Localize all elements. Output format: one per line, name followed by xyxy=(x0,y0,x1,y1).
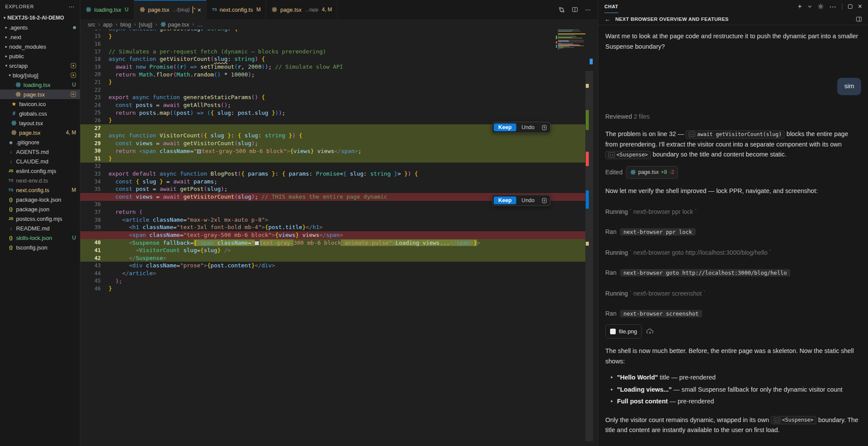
code-text: <h1 className="text-3xl font-bold mb-4">… xyxy=(101,223,585,231)
tab-page-tsx[interactable]: page.tsx.../[slug]× xyxy=(134,0,207,19)
open-diff-file-icon[interactable] xyxy=(540,124,549,131)
md-icon: ↓ xyxy=(7,149,14,155)
tab-page-tsx[interactable]: page.tsx.../app4, M xyxy=(266,0,337,19)
explorer-sidebar: EXPLORER ⋯ ▾NEXTJS-16-2-AI-DEMO▸.agents▸… xyxy=(0,0,80,446)
settings-gear-icon[interactable] xyxy=(818,3,824,10)
code-editor[interactable]: 14async function getPost(slug: string) {… xyxy=(80,30,585,446)
line-number: 29 xyxy=(80,140,101,146)
chat-panel-tab[interactable]: CHAT xyxy=(604,0,618,13)
chat-text: — small Suspense fallback for only the d… xyxy=(672,386,842,393)
tab-next-config-ts[interactable]: TSnext.config.tsM xyxy=(207,0,266,19)
tree-root[interactable]: ▾NEXTJS-16-2-AI-DEMO xyxy=(0,13,80,23)
undo-button[interactable]: Undo xyxy=(518,123,538,131)
code-line: 34 const { slug } = await params; xyxy=(80,178,585,186)
sidebar-item-package-json[interactable]: {}package.json xyxy=(0,204,80,214)
code-line: 31} xyxy=(80,155,585,163)
undo-button[interactable]: Undo xyxy=(518,196,538,204)
breadcrumb-item[interactable]: page.tsx xyxy=(160,21,189,28)
sidebar-item-postcss-config-mjs[interactable]: JSpostcss.config.mjs xyxy=(0,214,80,223)
sidebar-item--next[interactable]: ▸.next xyxy=(0,32,80,42)
sidebar-item-next-config-ts[interactable]: TSnext.config.tsM xyxy=(0,185,80,195)
running-label: Running xyxy=(605,290,630,297)
chat-more-actions-icon[interactable]: ⋯ xyxy=(829,3,836,11)
sidebar-item-blog-slug-[interactable]: ▾blog/[slug] xyxy=(0,70,80,80)
close-tab-icon[interactable]: × xyxy=(198,7,201,13)
chevron-down-icon: ▾ xyxy=(7,73,13,77)
sidebar-item-package-lock-json[interactable]: {}package-lock.json xyxy=(0,195,80,204)
sidebar-item-agents-md[interactable]: ↓AGENTS.md xyxy=(0,147,80,156)
ran-command-chip: next-browser goto http://localhost:3000/… xyxy=(620,269,790,276)
breadcrumb-label: [slug] xyxy=(139,21,152,28)
react-icon xyxy=(10,130,17,136)
sidebar-item-loading-tsx[interactable]: loading.tsxU xyxy=(0,80,80,90)
explorer-more-actions-icon[interactable]: ⋯ xyxy=(69,3,75,10)
ran-command-row: Rannext-browser screenshot xyxy=(605,309,861,319)
breadcrumb-item[interactable]: [slug] xyxy=(139,21,152,28)
ts-icon: TS xyxy=(7,178,14,183)
bullet-item: •"Loading views..." — small Suspense fal… xyxy=(605,384,861,396)
file-attachment-row: file.png xyxy=(605,324,861,339)
sidebar-item-next-env-d-ts[interactable]: TSnext-env.d.ts xyxy=(0,176,80,185)
folder-label: blog/[slug] xyxy=(13,72,38,79)
sidebar-item-readme-md[interactable]: ↓README.md xyxy=(0,223,80,233)
line-number: 35 xyxy=(80,186,101,192)
folder-label: .next xyxy=(9,34,21,40)
running-status: Running ` next\-browser screenshot ` xyxy=(605,289,861,299)
react-icon xyxy=(139,7,145,13)
file-label: page.tsx xyxy=(23,91,45,98)
edited-file-chip[interactable]: page.tsx+8-2 xyxy=(626,166,678,179)
code-line: 17// Simulates a per-request fetch (dyna… xyxy=(80,48,585,56)
file-label: next-env.d.ts xyxy=(16,177,48,184)
sidebar-item-globals-css[interactable]: #globals.css xyxy=(0,109,80,118)
open-diff-file-icon[interactable] xyxy=(540,197,549,204)
sidebar-item-tsconfig-json[interactable]: {}tsconfig.json xyxy=(0,243,80,252)
scrollbar[interactable] xyxy=(585,0,593,446)
sidebar-item-src-app[interactable]: ▾src/app xyxy=(0,61,80,70)
sidebar-item--gitignore[interactable]: ◆.gitignore xyxy=(0,137,80,147)
sidebar-item-favicon-ico[interactable]: ★favicon.ico xyxy=(0,99,80,109)
open-chat-editor-icon[interactable] xyxy=(856,16,862,22)
sidebar-item-page-tsx[interactable]: page.tsx4, M xyxy=(0,128,80,137)
sidebar-item-page-tsx[interactable]: page.tsx xyxy=(0,90,80,99)
breadcrumb-item[interactable]: src xyxy=(88,21,95,28)
braces-icon: {} xyxy=(7,207,14,212)
review-count: 2 files xyxy=(634,113,650,120)
sidebar-item--agents[interactable]: ▸.agents xyxy=(0,23,80,32)
sidebar-item-node-modules[interactable]: ▸node_modules xyxy=(0,42,80,51)
breadcrumb-item[interactable]: … xyxy=(197,21,203,28)
keep-button[interactable]: Keep xyxy=(494,123,517,131)
dot-badge-icon xyxy=(73,26,76,29)
code-text: </article> xyxy=(101,270,585,277)
line-number: 17 xyxy=(80,49,101,55)
breadcrumb-item[interactable]: app xyxy=(103,21,112,28)
tab-loading-tsx[interactable]: loading.tsxU xyxy=(80,0,134,19)
line-number: 34 xyxy=(80,179,101,185)
keep-button[interactable]: Keep xyxy=(494,196,517,204)
back-arrow-icon[interactable]: ← xyxy=(604,15,611,23)
sidebar-item-skills-lock-json[interactable]: {}skills-lock.jsonU xyxy=(0,233,80,243)
sidebar-item-layout-tsx[interactable]: layout.tsx xyxy=(0,118,80,128)
maximize-panel-icon[interactable] xyxy=(848,4,852,9)
open-changes-icon[interactable] xyxy=(558,7,565,13)
breadcrumb-label: page.tsx xyxy=(168,21,189,28)
close-panel-icon[interactable]: × xyxy=(858,3,862,10)
new-chat-icon[interactable]: + xyxy=(798,3,802,10)
code-text: <div className="prose">{post.content}</d… xyxy=(101,262,585,270)
sidebar-item-claude-md[interactable]: ↓CLAUDE.md xyxy=(0,156,80,166)
line-number: 25 xyxy=(80,110,101,116)
chevron-down-icon[interactable] xyxy=(808,4,812,9)
sidebar-item-public[interactable]: ▸public xyxy=(0,51,80,61)
download-cloud-icon[interactable] xyxy=(646,328,654,335)
line-number: 37 xyxy=(80,209,101,215)
file-label: favicon.ico xyxy=(19,101,46,107)
edited-file-name: page.tsx xyxy=(638,167,659,178)
line-number: 43 xyxy=(80,263,101,269)
chat-messages[interactable]: Want me to look at the page code and res… xyxy=(598,25,868,446)
breadcrumb-item[interactable]: blog xyxy=(120,21,131,28)
split-editor-icon[interactable] xyxy=(572,7,578,13)
line-number: 30 xyxy=(80,148,101,154)
breadcrumb-separator: › xyxy=(192,21,194,27)
file-attachment-chip[interactable]: file.png xyxy=(605,324,642,339)
sidebar-item-eslint-config-mjs[interactable]: JSeslint.config.mjs xyxy=(0,166,80,176)
chat-text: boundary so the title and content become… xyxy=(651,151,786,158)
